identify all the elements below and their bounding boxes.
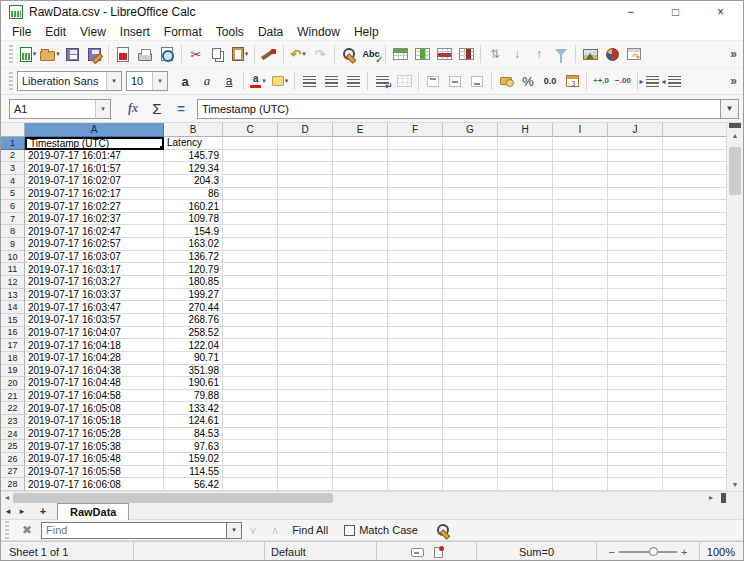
document-modified-icon[interactable]	[434, 547, 443, 558]
cell-E19[interactable]	[333, 365, 388, 378]
cell-D23[interactable]	[278, 415, 333, 428]
cell-K28[interactable]	[663, 478, 727, 491]
cell-A18[interactable]: 2019-07-17 16:04:28	[25, 352, 164, 365]
cell-F27[interactable]	[388, 466, 443, 479]
increase-indent-button[interactable]	[641, 69, 663, 93]
cell-E28[interactable]	[333, 478, 388, 491]
cell-I2[interactable]	[553, 150, 608, 163]
cell-A25[interactable]: 2019-07-17 16:05:38	[25, 440, 164, 453]
cell-I15[interactable]	[553, 314, 608, 327]
cell-G22[interactable]	[443, 402, 498, 415]
cell-F25[interactable]	[388, 440, 443, 453]
row-header-7[interactable]: 7	[1, 213, 25, 226]
row-header-16[interactable]: 16	[1, 327, 25, 340]
row-header-20[interactable]: 20	[1, 377, 25, 390]
cell-F10[interactable]	[388, 251, 443, 264]
cell-B12[interactable]: 180.85	[164, 276, 223, 289]
zoom-slider-handle[interactable]	[649, 547, 658, 556]
column-header-E[interactable]: E	[333, 123, 388, 137]
format-percent-button[interactable]: %	[517, 69, 539, 93]
cell-K5[interactable]	[663, 188, 727, 201]
cell-K23[interactable]	[663, 415, 727, 428]
cell-J28[interactable]	[608, 478, 663, 491]
cell-C21[interactable]	[223, 390, 278, 403]
vertical-split-handle[interactable]	[729, 123, 741, 128]
cell-C9[interactable]	[223, 238, 278, 251]
cell-B19[interactable]: 351.98	[164, 365, 223, 378]
cell-I6[interactable]	[553, 200, 608, 213]
cell-K21[interactable]	[663, 390, 727, 403]
cell-J9[interactable]	[608, 238, 663, 251]
scroll-left-arrow-icon[interactable]: ◂	[1, 492, 13, 504]
cell-H15[interactable]	[498, 314, 553, 327]
cell-I19[interactable]	[553, 365, 608, 378]
cell-C23[interactable]	[223, 415, 278, 428]
cell-A14[interactable]: 2019-07-17 16:03:47	[25, 301, 164, 314]
cell-K18[interactable]	[663, 352, 727, 365]
cell-G18[interactable]	[443, 352, 498, 365]
cell-A6[interactable]: 2019-07-17 16:02:27	[25, 200, 164, 213]
match-case-checkbox[interactable]	[344, 525, 355, 536]
cell-J13[interactable]	[608, 289, 663, 302]
minimize-button[interactable]: −	[608, 1, 653, 23]
cell-E16[interactable]	[333, 327, 388, 340]
cell-I12[interactable]	[553, 276, 608, 289]
cell-K6[interactable]	[663, 200, 727, 213]
cell-H1[interactable]	[498, 137, 553, 150]
cell-B21[interactable]: 79.88	[164, 390, 223, 403]
cell-I27[interactable]	[553, 466, 608, 479]
row-header-28[interactable]: 28	[1, 478, 25, 491]
cell-J26[interactable]	[608, 453, 663, 466]
cell-B24[interactable]: 84.53	[164, 428, 223, 441]
scroll-down-arrow-icon[interactable]: ▼	[727, 478, 743, 491]
cell-C8[interactable]	[223, 225, 278, 238]
cell-F7[interactable]	[388, 213, 443, 226]
cell-H26[interactable]	[498, 453, 553, 466]
cell-G21[interactable]	[443, 390, 498, 403]
maximize-button[interactable]: □	[653, 1, 698, 23]
cell-E15[interactable]	[333, 314, 388, 327]
cell-B11[interactable]: 120.79	[164, 263, 223, 276]
cell-E6[interactable]	[333, 200, 388, 213]
scroll-up-arrow-icon[interactable]: ▲	[727, 129, 743, 142]
cell-C27[interactable]	[223, 466, 278, 479]
cell-C20[interactable]	[223, 377, 278, 390]
cell-E13[interactable]	[333, 289, 388, 302]
cell-K9[interactable]	[663, 238, 727, 251]
next-sheet-arrow-icon[interactable]: ▸	[15, 506, 29, 516]
delete-decimal-button[interactable]: −.00	[612, 69, 634, 93]
cell-E17[interactable]	[333, 339, 388, 352]
print-button[interactable]	[134, 42, 156, 66]
cell-B10[interactable]: 136.72	[164, 251, 223, 264]
new-document-button[interactable]: ▾	[17, 42, 39, 66]
cell-C24[interactable]	[223, 428, 278, 441]
column-header-G[interactable]: G	[443, 123, 498, 137]
cell-C1[interactable]	[223, 137, 278, 150]
cell-A12[interactable]: 2019-07-17 16:03:27	[25, 276, 164, 289]
format-date-button[interactable]	[561, 69, 583, 93]
format-currency-button[interactable]	[495, 69, 517, 93]
cell-F28[interactable]	[388, 478, 443, 491]
cell-D22[interactable]	[278, 402, 333, 415]
cell-G9[interactable]	[443, 238, 498, 251]
cell-H4[interactable]	[498, 175, 553, 188]
cell-H27[interactable]	[498, 466, 553, 479]
vertical-scrollbar[interactable]: ▲ ▼	[726, 123, 743, 491]
cell-B4[interactable]: 204.3	[164, 175, 223, 188]
column-header-F[interactable]: F	[388, 123, 443, 137]
cell-A21[interactable]: 2019-07-17 16:04:58	[25, 390, 164, 403]
cell-H16[interactable]	[498, 327, 553, 340]
formula-button[interactable]: =	[169, 101, 193, 116]
cell-B20[interactable]: 190.61	[164, 377, 223, 390]
cell-K7[interactable]	[663, 213, 727, 226]
column-header-A[interactable]: A	[25, 123, 164, 137]
cell-G1[interactable]	[443, 137, 498, 150]
cell-G28[interactable]	[443, 478, 498, 491]
toolbar-overflow-button[interactable]: »	[726, 47, 741, 61]
function-wizard-button[interactable]: fx	[121, 101, 145, 116]
cell-E5[interactable]	[333, 188, 388, 201]
cell-C13[interactable]	[223, 289, 278, 302]
menu-item-view[interactable]: View	[73, 23, 113, 40]
cell-F15[interactable]	[388, 314, 443, 327]
autofilter-button[interactable]	[550, 42, 572, 66]
